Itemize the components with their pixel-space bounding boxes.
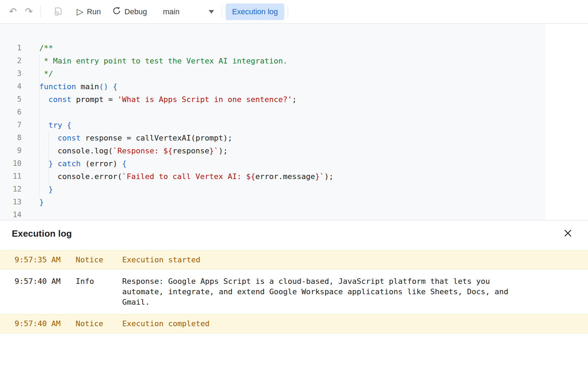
toolbar-divider: [222, 6, 222, 18]
log-level: Notice: [76, 319, 122, 329]
line-number[interactable]: 1: [0, 42, 22, 54]
code-text: try {: [22, 119, 72, 132]
code-text: }: [22, 183, 53, 196]
log-level: Notice: [76, 255, 122, 265]
toolbar-divider: [288, 6, 288, 18]
code-text: }: [22, 196, 44, 209]
close-icon: [563, 228, 573, 239]
code-text: } catch (error) {: [22, 157, 127, 170]
log-time: 9:57:40 AM: [0, 276, 76, 287]
code-text: */: [22, 67, 53, 80]
execution-log-panel: Execution log 9:57:35 AMNoticeExecution …: [0, 220, 588, 381]
code-line[interactable]: 6: [0, 106, 588, 119]
code-line[interactable]: 3 */: [0, 67, 588, 80]
code-text: [22, 209, 39, 220]
execution-log-title: Execution log: [12, 228, 72, 239]
indent-guide: [49, 132, 49, 183]
line-number[interactable]: 4: [0, 80, 22, 93]
code-line[interactable]: 12 }: [0, 183, 588, 196]
line-number[interactable]: 8: [0, 132, 22, 144]
log-message: Response: Google Apps Script is a cloud-…: [122, 276, 588, 307]
code-text: console.log(`Response: ${response}`);: [22, 144, 228, 157]
line-number[interactable]: 14: [0, 209, 22, 220]
code-editor[interactable]: 1/**2 * Main entry point to test the Ver…: [0, 24, 588, 220]
log-time: 9:57:40 AM: [0, 319, 76, 329]
line-number[interactable]: 10: [0, 157, 22, 170]
log-entry: 9:57:35 AMNoticeExecution started: [0, 250, 588, 270]
code-line[interactable]: 9 console.log(`Response: ${response}`);: [0, 144, 588, 157]
execution-log-header: Execution log: [0, 220, 588, 247]
code-line[interactable]: 13}: [0, 196, 588, 209]
line-number[interactable]: 9: [0, 144, 22, 157]
undo-icon: ↶: [9, 7, 17, 16]
log-level: Info: [76, 276, 122, 287]
run-play-icon: ▷: [77, 7, 83, 16]
code-lines: 1/**2 * Main entry point to test the Ver…: [0, 42, 588, 220]
code-line[interactable]: 14: [0, 209, 588, 220]
line-number[interactable]: 3: [0, 67, 22, 80]
function-selector-value: main: [163, 7, 179, 16]
code-text: console.error(`Failed to call Vertex AI:…: [22, 170, 334, 183]
save-status-button[interactable]: [50, 4, 66, 20]
log-message: Execution completed: [122, 319, 588, 329]
line-number[interactable]: 7: [0, 119, 22, 132]
log-message: Execution started: [122, 255, 588, 265]
code-line[interactable]: 1/**: [0, 42, 588, 54]
code-text: /**: [22, 42, 53, 54]
execution-log-button[interactable]: Execution log: [226, 3, 284, 20]
log-entries: 9:57:35 AMNoticeExecution started9:57:40…: [0, 247, 588, 333]
code-line[interactable]: 5 const prompt = 'What is Apps Script in…: [0, 93, 588, 106]
line-number[interactable]: 13: [0, 196, 22, 209]
debug-button-label: Debug: [125, 7, 147, 16]
line-number[interactable]: 2: [0, 54, 22, 67]
toolbar: ↶ ↷ ▷ Run Debug main Execution log: [0, 0, 588, 24]
code-text: function main() {: [22, 80, 117, 93]
code-line[interactable]: 2 * Main entry point to test the Vertex …: [0, 54, 588, 67]
code-line[interactable]: 4function main() {: [0, 80, 588, 93]
code-text: [22, 106, 39, 119]
code-line[interactable]: 7 try {: [0, 119, 588, 132]
line-number[interactable]: 12: [0, 183, 22, 196]
redo-button[interactable]: ↷: [21, 4, 37, 20]
code-text: * Main entry point to test the Vertex AI…: [22, 54, 287, 67]
code-line[interactable]: 8 const response = callVertexAI(prompt);: [0, 132, 588, 144]
debug-button[interactable]: Debug: [107, 3, 153, 20]
line-number[interactable]: 5: [0, 93, 22, 106]
line-number[interactable]: 11: [0, 170, 22, 183]
function-selector[interactable]: main: [159, 3, 218, 20]
run-button[interactable]: ▷ Run: [71, 3, 107, 20]
run-button-label: Run: [87, 7, 101, 16]
chevron-down-icon: [209, 10, 214, 14]
line-number[interactable]: 6: [0, 106, 22, 119]
code-text: const response = callVertexAI(prompt);: [22, 132, 232, 144]
code-line[interactable]: 10 } catch (error) {: [0, 157, 588, 170]
log-entry: 9:57:40 AMInfoResponse: Google Apps Scri…: [0, 270, 588, 314]
code-line[interactable]: 11 console.error(`Failed to call Vertex …: [0, 170, 588, 183]
close-log-button[interactable]: [560, 226, 576, 242]
editor-scrollbar-track[interactable]: [545, 24, 588, 220]
code-text: const prompt = 'What is Apps Script in o…: [22, 93, 297, 106]
undo-button[interactable]: ↶: [5, 4, 21, 20]
indent-guide: [39, 54, 40, 196]
debug-icon: [112, 6, 121, 17]
log-entry: 9:57:40 AMNoticeExecution completed: [0, 314, 588, 333]
save-project-icon: [53, 6, 63, 17]
toolbar-divider: [40, 6, 41, 18]
log-time: 9:57:35 AM: [0, 255, 76, 265]
redo-icon: ↷: [25, 7, 33, 16]
